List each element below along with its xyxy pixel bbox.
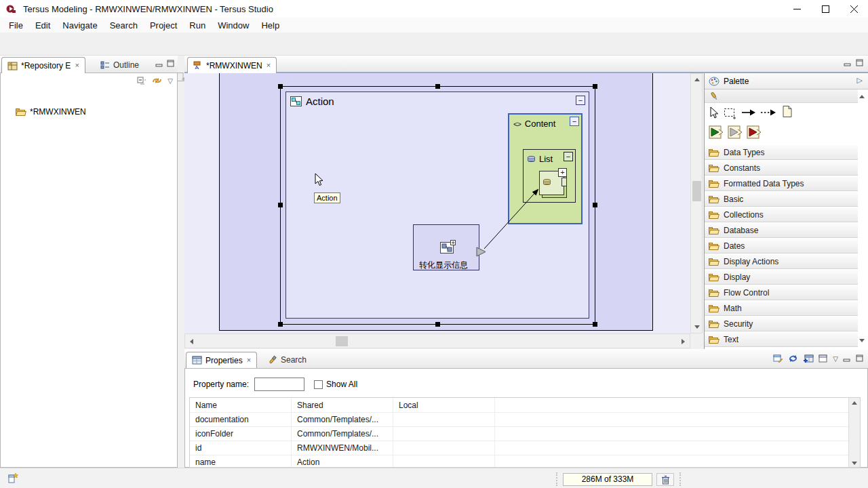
editor-tab-close-icon[interactable]: × bbox=[267, 62, 271, 69]
cell-name[interactable]: name bbox=[190, 455, 292, 468]
add-table-icon[interactable] bbox=[803, 354, 814, 363]
table-row[interactable]: id RMWXINWEN/Mobil... bbox=[190, 441, 860, 455]
selection-handle[interactable] bbox=[278, 322, 283, 327]
tree-item-rmwxinwen[interactable]: *RMWXINWEN bbox=[16, 107, 86, 117]
tab-outline[interactable]: Outline bbox=[95, 57, 144, 73]
cell-local[interactable] bbox=[393, 455, 495, 468]
collapse-all-icon[interactable] bbox=[137, 77, 146, 85]
col-header-shared[interactable]: Shared bbox=[292, 398, 393, 412]
table-vscrollbar[interactable] bbox=[848, 398, 860, 468]
select-tool[interactable] bbox=[709, 106, 720, 120]
hscroll-thumb[interactable] bbox=[336, 336, 348, 346]
selection-handle[interactable] bbox=[435, 84, 440, 89]
palette-category-dates[interactable]: Dates bbox=[705, 239, 858, 254]
list-box[interactable]: List − + bbox=[523, 149, 576, 203]
dashed-arrow-tool[interactable] bbox=[760, 108, 776, 117]
maximize-view-icon[interactable] bbox=[856, 354, 864, 363]
scroll-down-icon[interactable] bbox=[694, 325, 700, 329]
cell-local[interactable] bbox=[393, 427, 495, 441]
palette-category-display[interactable]: Display bbox=[705, 270, 858, 285]
close-button[interactable] bbox=[840, 0, 868, 18]
scroll-left-icon[interactable] bbox=[190, 339, 193, 344]
minimize-view-icon[interactable] bbox=[843, 354, 851, 363]
menu-edit[interactable]: Edit bbox=[29, 19, 56, 32]
palette-category-constants[interactable]: Constants bbox=[705, 161, 858, 176]
properties-tab-close-icon[interactable]: × bbox=[247, 357, 251, 364]
menu-file[interactable]: File bbox=[3, 19, 29, 32]
tab-repository-explorer[interactable]: *Repository E × bbox=[1, 57, 85, 73]
table-row[interactable]: name Action bbox=[190, 455, 860, 468]
refresh-icon[interactable] bbox=[788, 354, 798, 363]
vscroll-thumb[interactable] bbox=[692, 181, 701, 201]
scroll-up-icon[interactable] bbox=[859, 95, 865, 98]
palette-category-data-types[interactable]: Data Types bbox=[705, 145, 858, 161]
view-menu-icon[interactable]: ▽ bbox=[833, 355, 838, 363]
col-header-local[interactable]: Local bbox=[393, 398, 495, 412]
menu-navigate[interactable]: Navigate bbox=[56, 19, 103, 32]
content-box[interactable]: <> Content − List − + bbox=[508, 113, 583, 224]
palette-category-formatted-data-types[interactable]: Formatted Data Types bbox=[705, 176, 858, 192]
selection-handle[interactable] bbox=[278, 203, 283, 207]
show-all-checkbox[interactable] bbox=[314, 380, 323, 389]
menu-window[interactable]: Window bbox=[212, 19, 255, 32]
palette-category-database[interactable]: Database bbox=[705, 223, 858, 239]
link-with-editor-icon[interactable] bbox=[152, 76, 162, 85]
minimize-editor-icon[interactable] bbox=[844, 59, 852, 67]
fast-view-icon[interactable] bbox=[7, 472, 19, 484]
cell-shared[interactable]: Action bbox=[292, 455, 393, 468]
marquee-tool[interactable] bbox=[724, 108, 737, 120]
menu-run[interactable]: Run bbox=[183, 19, 212, 32]
cell-name[interactable]: iconFolder bbox=[190, 427, 292, 441]
palette-category-flow-control[interactable]: Flow Control bbox=[705, 285, 858, 301]
menu-project[interactable]: Project bbox=[144, 19, 183, 32]
maximize-editor-icon[interactable] bbox=[856, 59, 864, 67]
pin-properties-icon[interactable] bbox=[773, 354, 783, 363]
scroll-down-icon[interactable] bbox=[852, 462, 857, 465]
transform-box[interactable]: 转化显示信息 bbox=[413, 224, 479, 270]
list-collapse-button[interactable]: − bbox=[564, 152, 573, 161]
gray-flag-tool[interactable] bbox=[728, 125, 743, 140]
palette-scrollbar[interactable] bbox=[857, 91, 867, 348]
maximize-view-icon[interactable] bbox=[167, 60, 175, 68]
action-box[interactable]: Action − <> Content − List − bbox=[285, 92, 589, 319]
palette-pin-arrow-icon[interactable]: ▷ bbox=[857, 76, 863, 85]
scroll-right-icon[interactable] bbox=[682, 339, 685, 344]
palette-category-basic[interactable]: Basic bbox=[705, 192, 858, 207]
cell-name[interactable]: id bbox=[190, 441, 292, 455]
table-row[interactable]: iconFolder Common/Templates/... bbox=[190, 427, 860, 441]
selection-handle[interactable] bbox=[593, 322, 597, 327]
editor-hscrollbar[interactable] bbox=[184, 333, 690, 348]
model-canvas[interactable]: Action − <> Content − List − bbox=[184, 73, 690, 333]
maximize-button[interactable] bbox=[811, 0, 840, 18]
selection-handle[interactable] bbox=[593, 84, 597, 89]
palette-category-text[interactable]: Text bbox=[705, 332, 858, 348]
view-menu-icon[interactable]: ▽ bbox=[167, 77, 173, 85]
tab-search[interactable]: Search bbox=[262, 352, 312, 368]
scroll-up-icon[interactable] bbox=[852, 401, 857, 405]
palette-header[interactable]: Palette ▷ bbox=[705, 73, 868, 89]
note-tool[interactable] bbox=[782, 105, 793, 118]
property-name-input[interactable] bbox=[254, 378, 304, 391]
palette-category-math[interactable]: Math bbox=[705, 301, 858, 317]
palette-category-display-actions[interactable]: Display Actions bbox=[705, 254, 858, 270]
selection-handle[interactable] bbox=[593, 203, 597, 207]
list-item-expand-button[interactable]: + bbox=[558, 168, 567, 177]
selection-handle[interactable] bbox=[278, 84, 283, 89]
green-flag-tool[interactable] bbox=[709, 125, 724, 140]
editor-vscrollbar[interactable] bbox=[690, 73, 703, 333]
action-collapse-button[interactable]: − bbox=[576, 96, 585, 105]
col-header-name[interactable]: Name bbox=[190, 398, 292, 412]
palette-category-collections[interactable]: Collections bbox=[705, 207, 858, 223]
tab-properties[interactable]: Properties × bbox=[186, 352, 257, 368]
flow-arrow-tool[interactable] bbox=[741, 108, 756, 117]
scroll-up-icon[interactable] bbox=[694, 78, 700, 81]
cell-shared[interactable]: Common/Templates/... bbox=[292, 413, 393, 426]
red-flag-tool[interactable] bbox=[747, 125, 762, 140]
menu-search[interactable]: Search bbox=[104, 19, 144, 32]
new-view-icon[interactable] bbox=[818, 354, 828, 363]
minimize-view-icon[interactable] bbox=[155, 60, 163, 68]
scroll-down-icon[interactable] bbox=[859, 339, 865, 342]
garbage-collect-button[interactable] bbox=[656, 473, 674, 486]
selection-handle[interactable] bbox=[435, 322, 440, 327]
cell-shared[interactable]: Common/Templates/... bbox=[292, 427, 393, 441]
